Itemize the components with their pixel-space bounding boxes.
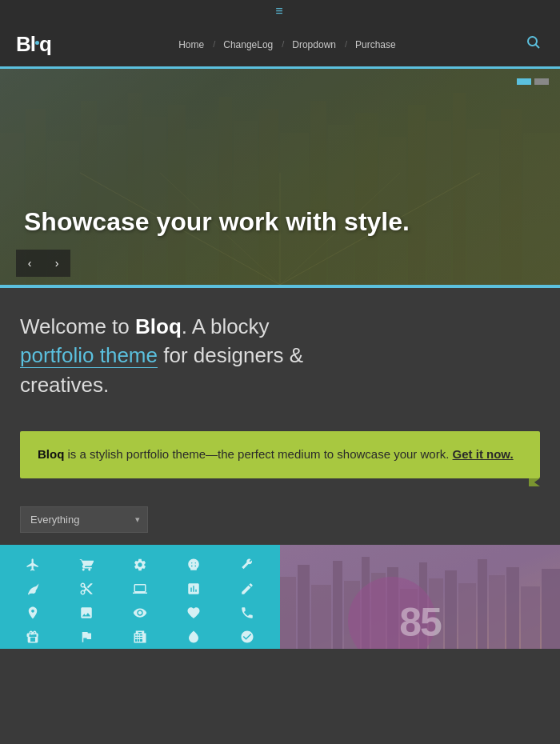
slider-arrows: ‹ › [16,250,70,277]
welcome-text: Welcome to Bloq. A blocky portfolio them… [20,312,540,399]
icon-phone [225,606,269,620]
welcome-prefix: Welcome to [20,314,135,338]
hamburger-icon[interactable]: ≡ [275,4,284,18]
portfolio-theme-link[interactable]: portfolio theme [20,343,158,368]
hero-heading: Showcase your work with style. [24,206,536,237]
logo-text: Blq [16,32,51,57]
filter-section: Everything Web Design Photography Illust… [0,498,560,545]
icon-pen [225,582,269,596]
get-it-now-link[interactable]: Get it now. [453,447,514,461]
icon-settings [118,558,162,572]
portfolio-item-city[interactable]: 85 [280,545,560,649]
logo: Blq [16,32,51,57]
icon-scissors [65,582,109,596]
filter-dropdown[interactable]: Everything Web Design Photography Illust… [20,506,148,533]
slider-dot-1[interactable] [517,78,531,85]
filter-wrapper: Everything Web Design Photography Illust… [20,506,148,533]
welcome-suffix: for designers & [158,343,303,367]
welcome-brand: Bloq [135,314,182,338]
icon-chart [171,582,215,596]
icon-drop [171,630,215,644]
icon-leaf [11,582,55,596]
icon-monitor [118,582,162,596]
icons-grid [0,545,280,649]
icon-factory [118,630,162,644]
icon-heart [171,606,215,620]
info-box-body: is a stylish portfolio theme—the perfect… [68,447,453,461]
hero-color-overlay [0,69,560,285]
svg-point-0 [528,37,537,46]
welcome-mid: . A blocky [182,314,270,338]
nav-home[interactable]: Home [169,39,214,50]
portfolio-city-bg: 85 [280,545,560,649]
nav-dropdown[interactable]: Dropdown [282,39,346,50]
info-box-brand: Bloq [38,447,64,461]
icon-check-circle [225,630,269,644]
svg-line-1 [536,45,540,49]
info-box-text: Bloq is a stylish portfolio theme—the pe… [38,446,522,464]
hero-slider: Showcase your work with style. ‹ › [0,69,560,285]
slider-prev-button[interactable]: ‹ [16,250,43,277]
icon-gift [11,630,55,644]
portfolio-numbers: 85 [280,602,560,642]
nav-purchase[interactable]: Purchase [346,39,406,50]
info-box: Bloq is a stylish portfolio theme—the pe… [20,431,540,478]
icon-pin [11,606,55,620]
info-box-corner [529,478,540,486]
mobile-menu-bar: ≡ [0,0,560,22]
icon-flag [65,630,109,644]
icon-plane [11,558,55,572]
slider-dots [517,78,549,85]
portfolio-grid: 85 [0,545,560,649]
icon-wrench [225,558,269,572]
site-header: Blq Home ChangeLog Dropdown Purchase [0,22,560,69]
icon-image [65,606,109,620]
logo-dot [35,41,39,45]
portfolio-item-icons[interactable] [0,545,280,649]
slider-next-button[interactable]: › [43,250,70,277]
slider-dot-2[interactable] [534,78,549,85]
icon-cart [65,558,109,572]
main-nav: Home ChangeLog Dropdown Purchase [169,39,405,50]
nav-changelog[interactable]: ChangeLog [214,39,282,50]
welcome-creatives: creatives. [20,373,109,397]
icon-skull [171,558,215,572]
welcome-section: Welcome to Bloq. A blocky portfolio them… [0,288,560,415]
search-button[interactable] [523,32,544,57]
icon-eye [118,606,162,620]
